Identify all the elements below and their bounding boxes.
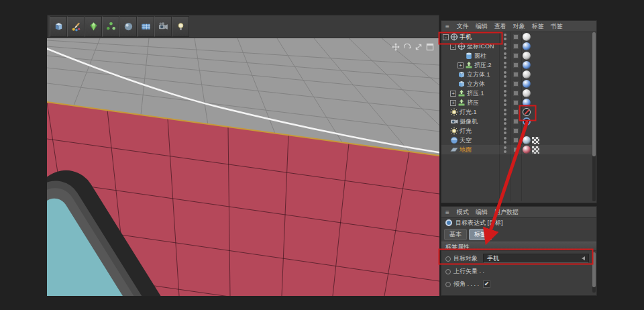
enable-toggle[interactable] (513, 34, 519, 40)
material-thumbnail[interactable] (523, 136, 531, 144)
visibility-dots[interactable] (502, 52, 508, 59)
material-thumbnail[interactable] (523, 146, 531, 154)
menu-item-1[interactable]: 编辑 (476, 22, 488, 31)
expander-toggle[interactable]: + (450, 100, 456, 106)
visibility-dots[interactable] (502, 146, 508, 153)
menu-item-5[interactable]: 书签 (551, 22, 563, 31)
material-thumbnail[interactable] (523, 61, 531, 69)
diamond-tool[interactable] (85, 16, 102, 37)
expander-toggle[interactable]: - (450, 44, 456, 50)
object-row[interactable]: 圆柱 (441, 51, 592, 60)
attribute-manager-scrollbar[interactable] (592, 252, 596, 293)
tag-list (523, 42, 531, 50)
enable-toggle[interactable] (513, 44, 519, 49)
visibility-dots[interactable] (502, 127, 508, 134)
menu-item-2[interactable]: 查看 (494, 22, 506, 31)
object-row[interactable]: 灯光.1 (441, 107, 592, 117)
enable-toggle[interactable] (513, 119, 519, 124)
object-row[interactable]: +挤压 (441, 98, 592, 107)
menu-item-0[interactable]: 模式 (457, 208, 469, 217)
camera-tool[interactable] (154, 16, 172, 37)
object-link-field[interactable]: 手机 (483, 254, 589, 263)
enable-toggle[interactable] (513, 53, 519, 58)
material-thumbnail[interactable] (523, 99, 531, 107)
checkbox[interactable]: ✔ (483, 280, 490, 288)
material-thumbnail[interactable] (523, 80, 531, 88)
panel-menu-icon[interactable]: ≡ (445, 23, 449, 30)
visibility-dots[interactable] (502, 34, 508, 40)
paintbrush-tool[interactable] (67, 16, 85, 37)
object-row-label: 地面 (460, 146, 472, 154)
object-row[interactable]: -手机 (441, 32, 592, 42)
enable-toggle[interactable] (513, 109, 519, 115)
expander-toggle[interactable]: + (450, 91, 456, 97)
object-row[interactable]: 地面 (441, 145, 592, 154)
visibility-dots[interactable] (502, 62, 508, 68)
visibility-dots[interactable] (502, 99, 508, 106)
enable-toggle[interactable] (513, 147, 519, 152)
visibility-dots[interactable] (502, 71, 508, 78)
texture-tag-icon[interactable] (532, 137, 539, 144)
pan-icon[interactable] (392, 42, 400, 50)
tag-title-row: 目标表达式 [目标] (441, 217, 596, 228)
panel-menu-icon[interactable]: ≡ (445, 209, 449, 216)
object-row[interactable]: 摄像机 (441, 117, 592, 126)
enable-toggle[interactable] (513, 138, 519, 143)
maximize-icon[interactable] (426, 42, 434, 50)
enable-toggle[interactable] (513, 91, 519, 96)
expander-toggle[interactable]: + (458, 62, 464, 68)
tab-1[interactable]: 标签 (469, 229, 492, 240)
enable-toggle[interactable] (513, 100, 519, 105)
light-tool[interactable] (172, 16, 189, 37)
object-row[interactable]: 天空 (441, 136, 592, 145)
array-tool[interactable] (102, 16, 119, 37)
enable-toggle[interactable] (513, 128, 519, 134)
material-thumbnail[interactable] (523, 52, 531, 60)
menu-item-1[interactable]: 编辑 (476, 208, 488, 217)
target-tag-icon[interactable] (523, 108, 531, 116)
zoom-icon[interactable] (415, 42, 423, 50)
object-row[interactable]: -坐标ICON (441, 42, 592, 51)
material-thumbnail[interactable] (523, 70, 531, 79)
enable-toggle[interactable] (513, 62, 519, 68)
expander-toggle[interactable]: - (443, 34, 449, 40)
material-thumbnail[interactable] (523, 33, 531, 41)
param-anim-icon[interactable] (445, 269, 451, 274)
visibility-dots[interactable] (502, 43, 508, 50)
visibility-dots[interactable] (502, 81, 508, 87)
visibility-dots[interactable] (502, 109, 508, 115)
orbit-icon[interactable] (403, 42, 411, 50)
object-row[interactable]: 灯光 (441, 126, 592, 136)
param-anim-icon[interactable] (445, 256, 451, 262)
scrollbar-thumb[interactable] (592, 32, 596, 156)
visibility-dots[interactable] (502, 90, 508, 97)
picker-arrow-icon[interactable] (582, 256, 585, 260)
menu-item-4[interactable]: 标签 (532, 22, 544, 31)
texture-tag-icon[interactable] (532, 146, 539, 154)
protection-tag-icon[interactable] (523, 117, 531, 125)
object-row[interactable]: 立方体 (441, 79, 592, 89)
menu-item-0[interactable]: 文件 (457, 22, 469, 31)
menu-item-2[interactable]: 用户数据 (494, 208, 519, 217)
extrude-object-icon (458, 99, 466, 107)
material-thumbnail[interactable] (523, 42, 531, 50)
enable-toggle[interactable] (513, 72, 519, 77)
object-row[interactable]: 立方体.1 (441, 70, 592, 79)
visibility-dots[interactable] (502, 137, 508, 144)
enable-toggle[interactable] (513, 81, 519, 87)
visibility-dots[interactable] (502, 118, 508, 125)
tab-0[interactable]: 基本 (444, 229, 467, 240)
scrollbar-thumb[interactable] (592, 252, 596, 287)
object-manager-scrollbar[interactable] (592, 32, 596, 201)
material-thumbnail[interactable] (523, 89, 531, 97)
cube-tool[interactable] (50, 16, 67, 37)
sphere-tool[interactable] (119, 16, 137, 37)
plane-tool[interactable] (137, 16, 154, 37)
param-anim-icon[interactable] (445, 282, 451, 287)
object-row[interactable]: +挤压.2 (441, 60, 592, 70)
object-row[interactable]: +挤压.1 (441, 89, 592, 98)
object-tree-cell: +挤压 (450, 98, 479, 107)
indent-spacer (450, 81, 456, 87)
3d-viewport[interactable] (47, 38, 439, 296)
menu-item-3[interactable]: 对象 (513, 22, 525, 31)
